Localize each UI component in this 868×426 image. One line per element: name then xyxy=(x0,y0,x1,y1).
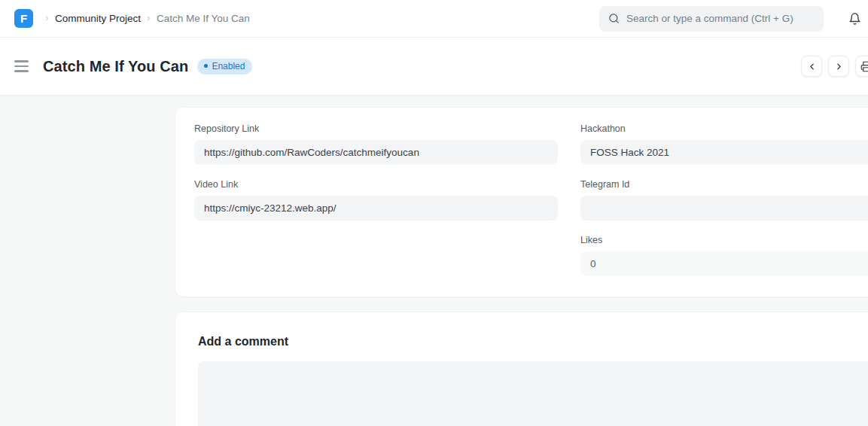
global-search[interactable] xyxy=(599,6,824,32)
field-telegram-id: Telegram Id xyxy=(580,179,868,221)
prev-record-button[interactable] xyxy=(801,56,822,77)
breadcrumb-item-current: Catch Me If You Can xyxy=(157,13,250,24)
likes-input[interactable] xyxy=(580,251,868,276)
page-body: Repository Link Video Link Hackathon Tel… xyxy=(0,96,868,426)
frappe-logo-icon[interactable]: F xyxy=(14,9,33,28)
comment-input[interactable] xyxy=(198,361,868,426)
search-input[interactable] xyxy=(626,13,815,24)
hackathon-input[interactable] xyxy=(580,140,868,165)
chevron-right-icon xyxy=(145,15,152,22)
comments-card: Add a comment xyxy=(175,312,868,426)
status-badge-label: Enabled xyxy=(212,62,245,71)
chevron-right-icon xyxy=(44,15,50,22)
header-actions xyxy=(801,56,868,77)
field-repository-link: Repository Link xyxy=(194,123,558,165)
printer-icon xyxy=(860,61,868,72)
sidebar-toggle-button[interactable] xyxy=(14,60,29,72)
telegram-id-label: Telegram Id xyxy=(580,179,868,190)
likes-label: Likes xyxy=(580,235,868,245)
video-link-input[interactable] xyxy=(194,196,558,221)
details-form-card: Repository Link Video Link Hackathon Tel… xyxy=(175,108,868,297)
form-column-right: Hackathon Telegram Id Likes xyxy=(580,123,868,276)
repository-link-input[interactable] xyxy=(194,140,558,165)
telegram-id-input[interactable] xyxy=(580,196,868,221)
form-column-left: Repository Link Video Link xyxy=(194,123,558,276)
status-badge: Enabled xyxy=(197,59,252,75)
print-button[interactable] xyxy=(855,56,868,77)
search-icon xyxy=(608,13,620,24)
add-comment-heading: Add a comment xyxy=(198,335,868,348)
top-navbar: F Community Project Catch Me If You Can xyxy=(0,0,868,38)
field-likes: Likes xyxy=(580,235,868,276)
next-record-button[interactable] xyxy=(828,56,849,77)
breadcrumb-item-community-project[interactable]: Community Project xyxy=(55,13,141,24)
field-hackathon: Hackathon xyxy=(580,123,868,165)
breadcrumb: Community Project Catch Me If You Can xyxy=(44,13,250,24)
notifications-button[interactable] xyxy=(848,12,861,26)
field-video-link: Video Link xyxy=(194,179,558,221)
status-dot-icon xyxy=(204,64,208,68)
bell-icon xyxy=(848,12,861,26)
page-header: Catch Me If You Can Enabled xyxy=(0,38,868,96)
page-title: Catch Me If You Can xyxy=(43,58,188,75)
repository-link-label: Repository Link xyxy=(194,123,558,134)
hackathon-label: Hackathon xyxy=(580,123,868,134)
video-link-label: Video Link xyxy=(194,179,558,190)
